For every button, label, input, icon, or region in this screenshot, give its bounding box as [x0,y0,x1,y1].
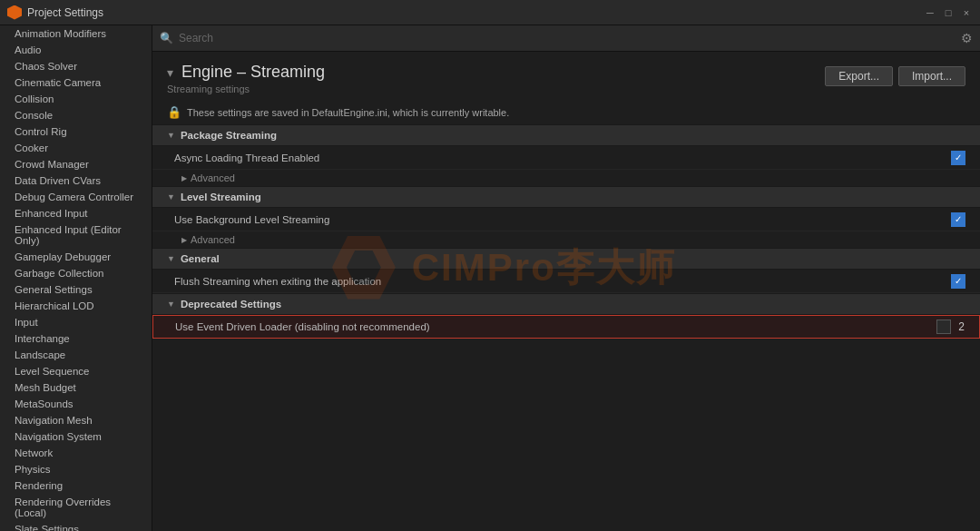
setting-label: Async Loading Thread Enabled [174,152,951,163]
page-title: ▾ Engine – Streaming [167,63,325,82]
info-banner-text: These settings are saved in DefaultEngin… [187,107,509,118]
minimize-button[interactable]: ─ [924,6,936,19]
sidebar-item-landscape[interactable]: Landscape [0,347,152,363]
setting-label: Use Event Driven Loader (disabling not r… [175,321,936,332]
maximize-button[interactable]: □ [942,6,955,19]
section-title: Level Streaming [181,192,261,202]
sidebar-item-animation-modifiers[interactable]: Animation Modifiers [0,25,152,42]
section-title: Deprecated Settings [181,299,281,310]
setting-value [951,151,965,165]
sidebar-item-label: Navigation System [15,431,102,442]
page-header: ▾ Engine – Streaming Streaming settings … [152,52,980,100]
section-title: Package Streaming [181,130,277,141]
search-bar: 🔍 ⚙ [152,25,980,52]
setting-row: Use Event Driven Loader (disabling not r… [152,315,980,339]
checkbox[interactable] [951,274,965,289]
sidebar-item-enhanced-input-editor[interactable]: Enhanced Input (Editor Only) [0,221,152,249]
page-subtitle: Streaming settings [167,84,325,94]
sidebar-item-label: Physics [15,464,51,475]
sidebar-item-data-driven-cvars[interactable]: Data Driven CVars [0,172,152,189]
sidebar-item-label: Animation Modifiers [15,28,106,39]
sidebar-item-input[interactable]: Input [0,314,152,330]
sidebar-item-label: Console [15,110,53,121]
section-header-general[interactable]: ▼General [152,248,980,270]
section-arrow: ▼ [167,300,175,309]
title-bar: Project Settings ─ □ × [0,0,980,25]
sidebar-item-garbage-collection[interactable]: Garbage Collection [0,265,152,281]
sidebar-item-label: Interchange [15,333,70,344]
sidebar-item-metasounds[interactable]: MetaSounds [0,396,152,412]
sidebar-item-rendering[interactable]: Rendering [0,477,152,494]
sidebar-item-cooker[interactable]: Cooker [0,140,152,156]
sidebar-item-cinematic-camera[interactable]: Cinematic Camera [0,74,152,91]
sidebar-item-gameplay-debugger[interactable]: Gameplay Debugger [0,249,152,265]
content-body: ▾ Engine – Streaming Streaming settings … [152,52,980,531]
sidebar-item-hierarchical-lod[interactable]: Hierarchical LOD [0,298,152,314]
sidebar-item-label: Slate Settings [15,524,79,531]
sidebar-item-rendering-overrides[interactable]: Rendering Overrides (Local) [0,494,152,521]
sidebar-item-label: Rendering [15,480,63,491]
advanced-arrow: ▶ [181,174,187,182]
sidebar-item-label: Chaos Solver [15,61,77,72]
sidebar-item-audio[interactable]: Audio [0,42,152,58]
page-title-arrow: ▾ [167,65,173,80]
setting-row: Use Background Level Streaming [152,208,980,231]
sidebar-item-collision[interactable]: Collision [0,91,152,107]
main-layout: Animation ModifiersAudioChaos SolverCine… [0,25,980,531]
sidebar-item-label: Level Sequence [15,366,89,377]
sidebar-item-label: Landscape [15,349,65,360]
window-title: Project Settings [27,6,924,19]
sidebar-item-label: Data Driven CVars [15,175,101,186]
checkbox[interactable] [951,212,965,227]
app-icon [7,5,22,20]
section-general: ▼GeneralFlush Streaming when exiting the… [152,248,980,293]
search-input[interactable] [179,32,956,44]
section-header-level-streaming[interactable]: ▼Level Streaming [152,186,980,208]
sidebar-item-navigation-mesh[interactable]: Navigation Mesh [0,412,152,428]
section-header-package-streaming[interactable]: ▼Package Streaming [152,124,980,146]
sidebar-item-label: Mesh Budget [15,382,76,393]
checkbox[interactable] [951,151,965,165]
advanced-row[interactable]: ▶Advanced [152,231,980,248]
sidebar-item-label: Gameplay Debugger [15,251,111,262]
sidebar-item-level-sequence[interactable]: Level Sequence [0,363,152,379]
sidebar-item-interchange[interactable]: Interchange [0,330,152,347]
sidebar-item-crowd-manager[interactable]: Crowd Manager [0,156,152,172]
sidebar-item-label: Network [15,447,53,458]
sidebar-item-network[interactable]: Network [0,445,152,461]
sidebar-item-slate-settings[interactable]: Slate Settings [0,521,152,531]
search-icon: 🔍 [160,32,173,44]
sidebar-item-enhanced-input[interactable]: Enhanced Input [0,205,152,221]
sidebar-item-console[interactable]: Console [0,107,152,123]
checkbox[interactable] [936,320,951,334]
close-button[interactable]: × [960,6,973,19]
sidebar-item-navigation-system[interactable]: Navigation System [0,428,152,445]
setting-label: Use Background Level Streaming [174,214,951,225]
sidebar-item-label: Enhanced Input [15,208,88,219]
sidebar-item-label: General Settings [15,284,93,295]
sidebar-item-label: Rendering Overrides (Local) [15,497,142,518]
advanced-arrow: ▶ [181,236,187,244]
advanced-row[interactable]: ▶Advanced [152,170,980,186]
setting-value: 2 [936,320,965,334]
gear-button[interactable]: ⚙ [961,31,973,45]
sidebar: Animation ModifiersAudioChaos SolverCine… [0,25,152,531]
import-button[interactable]: Import... [898,66,965,86]
sidebar-item-control-rig[interactable]: Control Rig [0,123,152,140]
sidebar-item-debug-camera-controller[interactable]: Debug Camera Controller [0,189,152,205]
sidebar-item-label: Navigation Mesh [15,415,93,426]
section-header-deprecated-settings[interactable]: ▼Deprecated Settings [152,293,980,315]
sidebar-item-label: Crowd Manager [15,159,89,170]
content-area: 🔍 ⚙ CIMPro李大师 ▾ Engine – S [152,25,980,531]
sidebar-item-general-settings[interactable]: General Settings [0,281,152,298]
section-level-streaming: ▼Level StreamingUse Background Level Str… [152,186,980,248]
setting-row: Flush Streaming when exiting the applica… [152,270,980,293]
export-button[interactable]: Export... [825,66,893,86]
section-arrow: ▼ [167,131,175,140]
sidebar-item-mesh-budget[interactable]: Mesh Budget [0,379,152,396]
sidebar-item-label: Debug Camera Controller [15,192,133,202]
sidebar-item-chaos-solver[interactable]: Chaos Solver [0,58,152,74]
sidebar-item-label: Hierarchical LOD [15,300,94,311]
sidebar-item-physics[interactable]: Physics [0,461,152,477]
page-header-actions: Export... Import... [825,66,965,86]
